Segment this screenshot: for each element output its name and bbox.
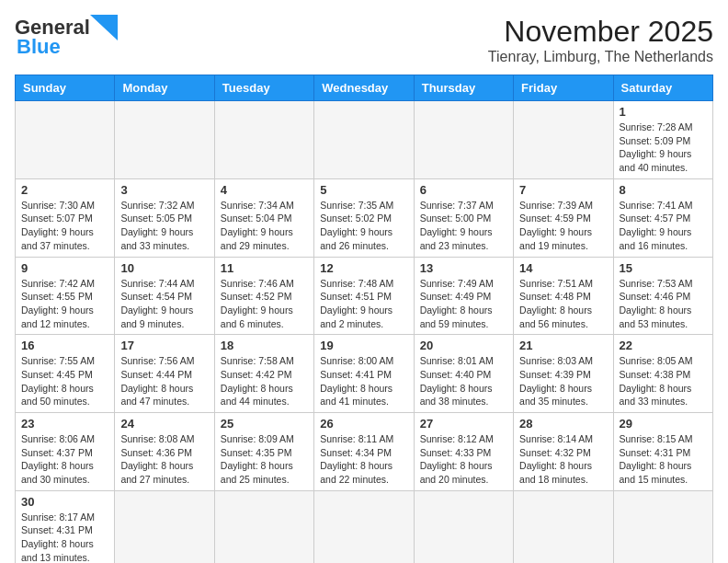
- table-row: 18Sunrise: 7:58 AM Sunset: 4:42 PM Dayli…: [214, 335, 313, 413]
- table-row: 7Sunrise: 7:39 AM Sunset: 4:59 PM Daylig…: [514, 178, 613, 257]
- table-row: 22Sunrise: 8:05 AM Sunset: 4:38 PM Dayli…: [613, 335, 712, 413]
- day-info: Sunrise: 7:48 AM Sunset: 4:51 PM Dayligh…: [320, 277, 407, 331]
- calendar-week-row: 30Sunrise: 8:17 AM Sunset: 4:31 PM Dayli…: [16, 490, 713, 563]
- day-info: Sunrise: 7:35 AM Sunset: 5:02 PM Dayligh…: [320, 199, 407, 253]
- table-row: 27Sunrise: 8:12 AM Sunset: 4:33 PM Dayli…: [414, 413, 513, 491]
- table-row: 24Sunrise: 8:08 AM Sunset: 4:36 PM Dayli…: [115, 413, 214, 491]
- table-row: 2Sunrise: 7:30 AM Sunset: 5:07 PM Daylig…: [16, 178, 115, 257]
- day-number: 4: [221, 183, 308, 197]
- day-info: Sunrise: 7:39 AM Sunset: 4:59 PM Dayligh…: [519, 199, 607, 253]
- day-number: 5: [320, 183, 407, 197]
- table-row: 8Sunrise: 7:41 AM Sunset: 4:57 PM Daylig…: [613, 178, 712, 257]
- table-row: 12Sunrise: 7:48 AM Sunset: 4:51 PM Dayli…: [314, 257, 414, 335]
- table-row: [314, 101, 414, 179]
- logo: General Blue: [15, 15, 118, 59]
- calendar-week-row: 16Sunrise: 7:55 AM Sunset: 4:45 PM Dayli…: [16, 335, 713, 413]
- calendar-week-row: 1Sunrise: 7:28 AM Sunset: 5:09 PM Daylig…: [16, 101, 713, 179]
- day-info: Sunrise: 7:51 AM Sunset: 4:48 PM Dayligh…: [519, 277, 607, 331]
- table-row: [16, 101, 115, 179]
- day-info: Sunrise: 7:49 AM Sunset: 4:49 PM Dayligh…: [420, 277, 507, 331]
- day-number: 1: [620, 105, 707, 119]
- col-wednesday: Wednesday: [314, 75, 414, 101]
- day-info: Sunrise: 8:00 AM Sunset: 4:41 PM Dayligh…: [320, 354, 407, 408]
- day-number: 6: [420, 183, 507, 197]
- day-number: 16: [21, 339, 108, 352]
- day-number: 29: [620, 417, 707, 431]
- day-number: 8: [620, 183, 707, 197]
- table-row: 25Sunrise: 8:09 AM Sunset: 4:35 PM Dayli…: [214, 413, 313, 491]
- table-row: [613, 490, 712, 563]
- day-number: 26: [320, 417, 407, 431]
- table-row: 30Sunrise: 8:17 AM Sunset: 4:31 PM Dayli…: [16, 490, 115, 563]
- day-info: Sunrise: 7:37 AM Sunset: 5:00 PM Dayligh…: [420, 199, 507, 253]
- day-info: Sunrise: 8:01 AM Sunset: 4:40 PM Dayligh…: [420, 354, 507, 408]
- day-info: Sunrise: 7:32 AM Sunset: 5:05 PM Dayligh…: [120, 199, 208, 253]
- table-row: 13Sunrise: 7:49 AM Sunset: 4:49 PM Dayli…: [414, 257, 513, 335]
- table-row: 16Sunrise: 7:55 AM Sunset: 4:45 PM Dayli…: [16, 335, 115, 413]
- table-row: [514, 490, 613, 563]
- table-row: 1Sunrise: 7:28 AM Sunset: 5:09 PM Daylig…: [613, 101, 712, 179]
- col-friday: Friday: [514, 75, 613, 101]
- location-title: Tienray, Limburg, The Netherlands: [488, 49, 713, 65]
- day-number: 12: [320, 261, 407, 275]
- day-info: Sunrise: 7:56 AM Sunset: 4:44 PM Dayligh…: [120, 354, 208, 408]
- day-info: Sunrise: 7:53 AM Sunset: 4:46 PM Dayligh…: [620, 277, 707, 331]
- col-monday: Monday: [115, 75, 214, 101]
- table-row: 4Sunrise: 7:34 AM Sunset: 5:04 PM Daylig…: [214, 178, 313, 257]
- calendar-week-row: 9Sunrise: 7:42 AM Sunset: 4:55 PM Daylig…: [16, 257, 713, 335]
- day-number: 17: [120, 339, 208, 352]
- day-number: 22: [620, 339, 707, 352]
- day-info: Sunrise: 7:41 AM Sunset: 4:57 PM Dayligh…: [620, 199, 707, 253]
- table-row: 19Sunrise: 8:00 AM Sunset: 4:41 PM Dayli…: [314, 335, 414, 413]
- day-info: Sunrise: 7:34 AM Sunset: 5:04 PM Dayligh…: [221, 199, 308, 253]
- table-row: [115, 101, 214, 179]
- table-row: 29Sunrise: 8:15 AM Sunset: 4:31 PM Dayli…: [613, 413, 712, 491]
- table-row: 28Sunrise: 8:14 AM Sunset: 4:32 PM Dayli…: [514, 413, 613, 491]
- table-row: 20Sunrise: 8:01 AM Sunset: 4:40 PM Dayli…: [414, 335, 513, 413]
- table-row: 17Sunrise: 7:56 AM Sunset: 4:44 PM Dayli…: [115, 335, 214, 413]
- day-info: Sunrise: 8:06 AM Sunset: 4:37 PM Dayligh…: [21, 432, 108, 487]
- day-number: 18: [221, 339, 308, 352]
- day-number: 19: [320, 339, 407, 352]
- day-number: 11: [221, 261, 308, 275]
- day-number: 7: [519, 183, 607, 197]
- table-row: 23Sunrise: 8:06 AM Sunset: 4:37 PM Dayli…: [16, 413, 115, 491]
- calendar-header-row: Sunday Monday Tuesday Wednesday Thursday…: [16, 75, 713, 101]
- day-info: Sunrise: 8:11 AM Sunset: 4:34 PM Dayligh…: [320, 432, 407, 487]
- day-number: 21: [519, 339, 607, 352]
- day-info: Sunrise: 8:12 AM Sunset: 4:33 PM Dayligh…: [420, 432, 507, 487]
- col-thursday: Thursday: [414, 75, 513, 101]
- day-number: 20: [420, 339, 507, 352]
- day-number: 28: [519, 417, 607, 431]
- svg-marker-0: [90, 15, 118, 40]
- header: General Blue November 2025 Tienray, Limb…: [15, 15, 713, 65]
- day-info: Sunrise: 8:05 AM Sunset: 4:38 PM Dayligh…: [620, 354, 707, 408]
- day-info: Sunrise: 8:14 AM Sunset: 4:32 PM Dayligh…: [519, 432, 607, 487]
- day-info: Sunrise: 8:08 AM Sunset: 4:36 PM Dayligh…: [120, 432, 208, 487]
- table-row: [214, 101, 313, 179]
- day-number: 3: [120, 183, 208, 197]
- table-row: 3Sunrise: 7:32 AM Sunset: 5:05 PM Daylig…: [115, 178, 214, 257]
- day-info: Sunrise: 8:09 AM Sunset: 4:35 PM Dayligh…: [221, 432, 308, 487]
- table-row: 6Sunrise: 7:37 AM Sunset: 5:00 PM Daylig…: [414, 178, 513, 257]
- table-row: 9Sunrise: 7:42 AM Sunset: 4:55 PM Daylig…: [16, 257, 115, 335]
- table-row: [414, 101, 513, 179]
- table-row: 10Sunrise: 7:44 AM Sunset: 4:54 PM Dayli…: [115, 257, 214, 335]
- table-row: 11Sunrise: 7:46 AM Sunset: 4:52 PM Dayli…: [214, 257, 313, 335]
- calendar-week-row: 23Sunrise: 8:06 AM Sunset: 4:37 PM Dayli…: [16, 413, 713, 491]
- title-area: November 2025 Tienray, Limburg, The Neth…: [488, 15, 713, 65]
- day-number: 10: [120, 261, 208, 275]
- calendar-week-row: 2Sunrise: 7:30 AM Sunset: 5:07 PM Daylig…: [16, 178, 713, 257]
- logo-blue-text: Blue: [17, 35, 61, 59]
- day-info: Sunrise: 8:17 AM Sunset: 4:31 PM Dayligh…: [21, 511, 108, 563]
- day-number: 30: [21, 495, 108, 509]
- table-row: [514, 101, 613, 179]
- table-row: 14Sunrise: 7:51 AM Sunset: 4:48 PM Dayli…: [514, 257, 613, 335]
- day-number: 2: [21, 183, 108, 197]
- day-number: 13: [420, 261, 507, 275]
- day-info: Sunrise: 7:55 AM Sunset: 4:45 PM Dayligh…: [21, 354, 108, 408]
- day-number: 15: [620, 261, 707, 275]
- day-number: 27: [420, 417, 507, 431]
- day-info: Sunrise: 8:15 AM Sunset: 4:31 PM Dayligh…: [620, 432, 707, 487]
- day-info: Sunrise: 7:44 AM Sunset: 4:54 PM Dayligh…: [120, 277, 208, 331]
